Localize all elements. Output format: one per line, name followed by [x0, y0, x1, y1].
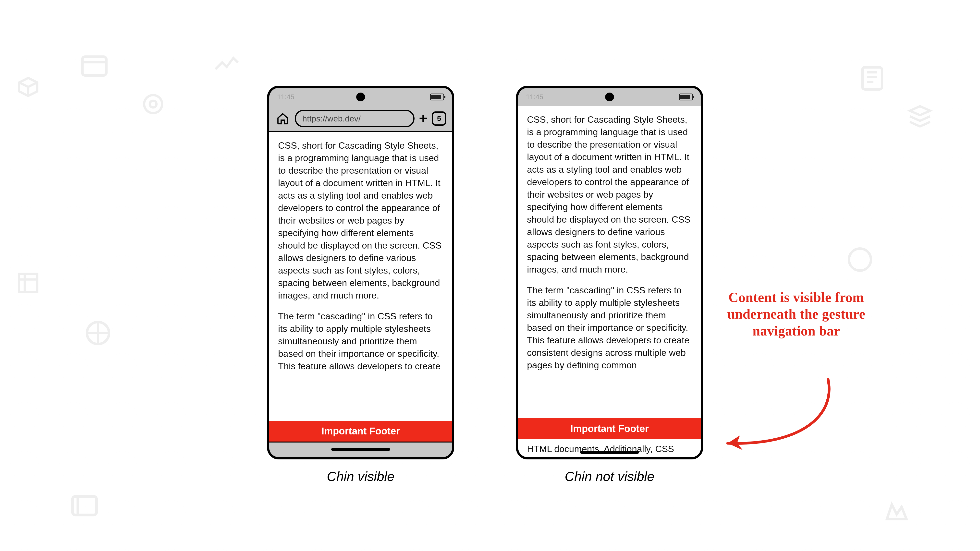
new-tab-icon[interactable]: + [419, 111, 428, 126]
address-bar[interactable]: https://web.dev/ [295, 110, 415, 127]
browser-toolbar: https://web.dev/ + 5 [269, 106, 452, 132]
body-text: CSS, short for Cascading Style Sheets, i… [269, 132, 452, 388]
home-icon[interactable] [275, 111, 290, 126]
status-bar: 11:45 [269, 88, 452, 106]
chin-bar [269, 441, 452, 456]
page-content[interactable]: CSS, short for Cascading Style Sheets, i… [269, 132, 452, 441]
phone-mock-chin-hidden: 11:45 CSS, short for Cascading Style She… [516, 86, 703, 459]
gesture-pill-icon [331, 448, 390, 451]
caption-left: Chin visible [267, 469, 454, 484]
status-time: 11:45 [526, 93, 543, 101]
footer-banner: Important Footer [269, 421, 452, 441]
gesture-pill-icon [580, 451, 639, 454]
body-text: CSS, short for Cascading Style Sheets, i… [518, 106, 701, 387]
page-content[interactable]: CSS, short for Cascading Style Sheets, i… [518, 106, 701, 457]
url-text: https://web.dev/ [302, 114, 361, 124]
battery-icon [430, 94, 444, 100]
annotation-text: Content is visible from underneath the g… [720, 289, 872, 339]
camera-notch [605, 92, 614, 102]
annotation-arrow-icon [706, 367, 877, 470]
battery-icon [679, 94, 693, 100]
status-time: 11:45 [277, 93, 294, 101]
status-bar: 11:45 [518, 88, 701, 106]
tab-count-button[interactable]: 5 [432, 111, 446, 125]
phone-mock-chin-visible: 11:45 https://web.dev/ + 5 CSS, short fo… [267, 86, 454, 459]
caption-right: Chin not visible [516, 469, 703, 484]
camera-notch [356, 92, 365, 102]
footer-banner: Important Footer [518, 418, 701, 439]
